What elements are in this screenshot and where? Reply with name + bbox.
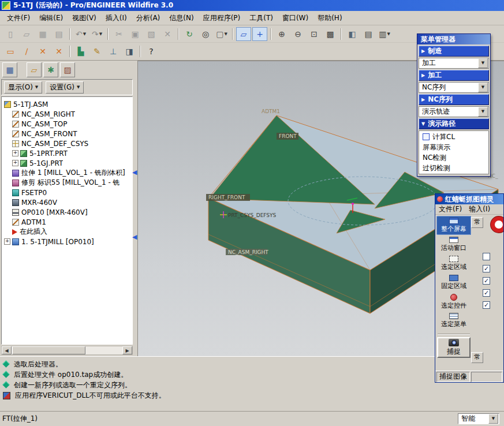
delete-button[interactable]: ✕ [160,27,175,41]
menu-manager-item[interactable]: 过切检测 [419,163,488,173]
tree-item[interactable]: 在此插入 [2,227,132,237]
options-tab-2[interactable]: 常 [471,352,483,363]
capture-titlebar[interactable]: 红蜻蜓抓图精灵 [435,194,503,204]
dropdown-arrow-icon[interactable]: ▼ [83,32,86,36]
scroll-left-button[interactable]: ◀ [2,346,12,354]
menubar-item[interactable]: 文件(F) [2,12,35,25]
sketch-region-button[interactable]: ▭ [3,44,18,58]
titlebar[interactable]: 5-1TJ (活动的) - Pro/ENGINEER Wildfire 3.0 [0,0,504,11]
csys-display-button[interactable]: + [252,27,267,41]
annotate-button[interactable]: ✎ [89,44,104,58]
menu-manager-header[interactable]: ▶制造 [419,46,489,57]
selection-filter-button[interactable]: ▢▼ [214,27,229,41]
nc-check-button[interactable]: ⊥ [106,44,121,58]
menubar-item[interactable]: 信息(N) [165,12,198,25]
expander-icon[interactable]: + [12,150,18,156]
capture-mode-button[interactable]: 活动窗口 [436,235,471,254]
open-folder-button[interactable]: ▱ [19,27,34,41]
copy-button[interactable]: ▣ [128,27,143,41]
menu-manager-header[interactable]: ▶NC序列 [419,94,489,105]
tree-item[interactable]: MXR-460V [2,197,132,207]
scrollbar-thumb[interactable] [12,346,85,354]
tree-horizontal-scrollbar[interactable]: ◀ ▶ [1,346,133,355]
menubar-item[interactable]: 插入(I) [101,12,132,25]
layer-button[interactable]: ▤ [361,27,376,41]
menu-manager-item[interactable]: 计算CL [419,132,488,142]
show-dropdown-button[interactable]: 显示(O) ▼ [4,81,42,94]
menu-manager-item[interactable]: 屏幕演示 [419,142,488,152]
repaint-button[interactable]: ▩ [323,27,338,41]
tree-item[interactable]: ADTM1 [2,217,132,227]
menubar-item[interactable]: 帮助(H) [313,12,346,25]
option-checkbox[interactable]: ✓ [483,289,490,297]
tree-item[interactable]: OP010 [MXR-460V] [2,207,132,217]
connections-tab-button[interactable]: ▨ [60,62,75,77]
menubar-item[interactable]: 编辑(E) [35,12,68,25]
menubar-item[interactable]: 视图(V) [68,12,101,25]
context-help-button[interactable]: ? [144,44,159,58]
regenerate-button[interactable]: ↻ [182,27,197,41]
paste-button[interactable]: ▧ [144,27,159,41]
menubar-item[interactable]: 应用程序(P) [199,12,245,25]
redo-button[interactable]: ↷▼ [89,27,104,41]
zoom-in-button[interactable]: ⊕ [274,27,289,41]
dropdown-arrow-icon[interactable]: ▼ [224,32,227,36]
tree-item[interactable]: 5-1TJ.ASM [2,99,132,109]
shade-button[interactable]: ◧ [345,27,360,41]
capture-menu-item[interactable]: 文件(F) [435,204,465,215]
menu-manager-item[interactable]: NC检测 [419,152,488,163]
menu-manager-dropdown[interactable]: 加工▼ [419,58,489,69]
collapse-panel-arrow-icon[interactable]: ◀ [132,169,137,175]
tree-item[interactable]: 修剪 标识55 [MILL_VOL_1 - 铣 [2,178,132,188]
tree-item[interactable]: NC_ASM_FRONT [2,129,132,139]
menu-manager-titlebar[interactable]: 菜单管理器 [417,34,490,44]
tree-item[interactable]: NC_ASM_TOP [2,119,132,129]
smart-select-combo[interactable]: 智能 ▼ [458,413,499,424]
capture-menu-item[interactable]: 输入(I) [465,204,494,215]
refit-button[interactable]: ⊡ [307,27,322,41]
capture-mode-button[interactable]: 选定菜单 [436,311,471,330]
datum-point-button[interactable]: ✕ [35,44,50,58]
menubar-item[interactable]: 分析(A) [132,12,165,25]
dropdown-arrow-icon[interactable]: ▼ [99,32,102,36]
capture-mode-button[interactable]: 固定区域 [436,273,471,292]
tree-item[interactable]: FSETP0 [2,188,132,197]
workpiece-button[interactable]: ▙ [73,44,88,58]
new-file-button[interactable]: ▯ [3,27,18,41]
favorites-tab-button[interactable]: ✱ [43,62,58,77]
model-tree-tab-button[interactable]: ▦ [2,62,17,77]
capture-mode-button[interactable]: 选定控件 [436,292,471,311]
tree-item[interactable]: +1. 5-1TJMILL [OP010] [2,237,132,246]
capture-button[interactable]: 捕捉 [437,337,471,358]
datum-display-button[interactable]: ▱ [236,27,251,41]
tree-item[interactable]: +5-1GJ.PRT [2,158,132,168]
cut-button[interactable]: ✂ [111,27,126,41]
menubar-item[interactable]: 工具(T) [245,12,278,25]
search-button[interactable]: ◎ [198,27,213,41]
undo-button[interactable]: ↶▼ [73,27,88,41]
option-checkbox[interactable]: ✓ [483,265,490,272]
view-manager-button[interactable]: ▥▼ [377,27,392,41]
tree-item[interactable]: NC_ASM_RIGHT [2,109,132,119]
datum-point-offset-button[interactable]: ✕ [51,44,66,58]
menu-manager-dropdown[interactable]: NC序列▼ [419,82,489,93]
tree-item[interactable]: 拉伸 1 [MILL_VOL_1 - 铣削体积] [2,168,132,178]
menu-manager-header[interactable]: ▶加工 [419,70,489,81]
dropdown-arrow-icon[interactable]: ▼ [387,32,390,36]
capture-mode-button[interactable]: 选定区域 [436,254,471,273]
option-checkbox[interactable]: ✓ [483,301,490,309]
option-checkbox[interactable]: ✓ [483,277,490,285]
print-button[interactable]: ▤ [51,27,66,41]
menu-manager-dropdown[interactable]: 演示轨迹▼ [419,106,489,117]
sketch-line-button[interactable]: ∕ [19,44,34,58]
menu-manager-selected[interactable]: ▼演示路径 [419,118,489,129]
option-checkbox[interactable] [483,253,490,260]
menubar-item[interactable]: 窗口(W) [278,12,313,25]
expander-icon[interactable]: + [12,160,18,166]
mill-button[interactable]: ◨ [122,44,137,58]
capture-mode-button[interactable]: 整个屏幕 [436,216,471,235]
folder-browser-tab-button[interactable]: ▱ [27,62,42,77]
record-button[interactable] [491,216,504,233]
tree-item[interactable]: +5-1PRT.PRT [2,148,132,158]
save-button[interactable]: ▦ [35,27,50,41]
